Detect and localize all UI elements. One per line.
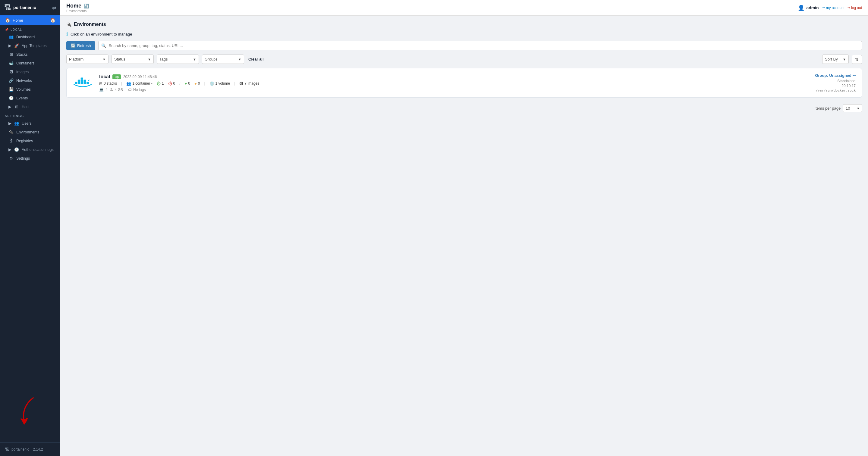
search-icon: 🔍 <box>101 43 106 48</box>
environment-info: local up 2022-09-09 11:48:46 ⊞ 0 stacks … <box>99 74 802 92</box>
clear-all-button[interactable]: Clear all <box>247 55 265 64</box>
sidebar-item-stacks[interactable]: ⊞ Stacks <box>0 50 60 59</box>
items-per-page-select: 10 25 50 100 ▼ <box>843 104 862 112</box>
sidebar-item-home[interactable]: 🏠 Home 🏠 <box>0 15 60 25</box>
toolbar: 🔄 Refresh 🔍 <box>66 41 862 50</box>
volumes-icon: 💿 <box>210 81 214 86</box>
status-filter: Status Up Down ▼ <box>112 55 154 64</box>
env-group: Group: Unassigned ✏ <box>807 73 856 78</box>
stacks-icon: ⊞ <box>99 81 102 86</box>
sidebar-item-volumes[interactable]: 💾 Volumes <box>0 85 60 94</box>
items-per-page-arrow: ▼ <box>855 107 862 110</box>
sidebar-item-environments[interactable]: 🔌 Environments <box>0 128 60 136</box>
log-out-link[interactable]: ↪ log out <box>847 6 862 10</box>
separator: - <box>125 88 126 92</box>
registries-icon: 🗄 <box>8 138 14 143</box>
sort-by-select[interactable]: Sort By <box>823 55 840 64</box>
svg-rect-5 <box>81 80 83 82</box>
svg-rect-3 <box>78 82 80 84</box>
environment-card-local[interactable]: local up 2022-09-09 11:48:46 ⊞ 0 stacks … <box>66 68 862 98</box>
env-path: /var/run/docker.sock <box>807 89 856 93</box>
env-status-badge: up <box>113 74 121 79</box>
my-account-link[interactable]: ✏ my account <box>823 6 844 10</box>
env-tags-row: 💻 4 🖧 4 GB - 🏷 No tags <box>99 88 802 92</box>
topbar-refresh-icon[interactable]: 🔄 <box>84 4 89 8</box>
section-icon: 🔌 <box>66 22 71 27</box>
env-name-row: local up 2022-09-09 11:48:46 <box>99 74 802 79</box>
user-avatar-icon: 👤 <box>798 4 804 11</box>
images-stat: 🖼 7 images <box>239 81 259 86</box>
refresh-button[interactable]: 🔄 Refresh <box>66 41 95 50</box>
env-type: Standalone <box>807 79 856 83</box>
svg-rect-4 <box>81 78 83 80</box>
sidebar-item-authentication-logs[interactable]: ▶ 🕐 Authentication logs <box>0 145 60 154</box>
running-stat: ⏻ 1 <box>157 81 164 86</box>
host-icon: ⊞ <box>14 104 19 109</box>
sidebar-footer: 🏗 portainer.io 2.14.2 <box>0 443 60 456</box>
status-select[interactable]: Status Up Down <box>112 55 145 64</box>
groups-filter: Groups Unassigned ▼ <box>202 55 244 64</box>
sidebar-item-label: Events <box>16 96 28 100</box>
sidebar-item-label: Registries <box>16 139 33 143</box>
chevron-icon: ▶ <box>8 147 11 152</box>
docker-logo <box>73 75 94 90</box>
images-icon: 🖼 <box>8 70 14 74</box>
status-dropdown-arrow: ▼ <box>145 58 153 61</box>
images-icon: 🖼 <box>239 81 243 86</box>
sort-direction-button[interactable]: ⇅ <box>852 55 862 64</box>
chevron-icon: ▶ <box>8 43 11 48</box>
topbar-subtitle: Environments <box>66 9 89 13</box>
topbar-left: Home 🔄 Environments <box>66 3 89 13</box>
sort-by-dropdown-arrow: ▼ <box>840 58 848 61</box>
groups-select[interactable]: Groups Unassigned <box>202 55 236 64</box>
cpu-icon: 💻 <box>99 88 104 92</box>
sidebar-item-settings[interactable]: ⚙ Settings <box>0 154 60 163</box>
sidebar-logo: 🏗 portainer.io ⇄ <box>0 0 60 15</box>
sidebar-item-users[interactable]: ▶ 👥 Users <box>0 119 60 128</box>
svg-rect-6 <box>81 82 83 84</box>
sidebar-item-images[interactable]: 🖼 Images <box>0 67 60 76</box>
sidebar-item-label: Containers <box>16 61 34 65</box>
tags-filter: Tags ▼ <box>157 55 199 64</box>
svg-rect-9 <box>87 82 89 84</box>
stopped-stat: ⏻ 0 <box>168 81 176 86</box>
section-title: 🔌 Environments <box>66 22 862 27</box>
env-group-text: Group: Unassigned <box>815 73 851 78</box>
items-per-page-dropdown[interactable]: 10 25 50 100 <box>843 104 855 112</box>
edit-group-icon[interactable]: ✏ <box>852 73 856 78</box>
chevron-icon: ▶ <box>8 104 11 109</box>
healthy-stat: ♥ 0 <box>185 81 190 86</box>
logo-text: portainer.io <box>13 5 36 10</box>
unhealthy-stat: ♥ 0 <box>194 81 200 86</box>
sidebar-item-events[interactable]: 🕐 Events <box>0 94 60 102</box>
sidebar-item-label: Images <box>16 70 29 74</box>
svg-rect-8 <box>84 82 86 84</box>
stacks-stat: ⊞ 0 stacks <box>99 81 117 86</box>
sidebar-transfer-icon[interactable]: ⇄ <box>52 5 56 10</box>
platform-select[interactable]: Platform Docker Kubernetes Azure <box>67 55 100 64</box>
platform-dropdown-arrow: ▼ <box>100 58 108 61</box>
search-input[interactable] <box>98 41 862 50</box>
stopped-icon: ⏻ <box>168 81 172 86</box>
environment-meta: Group: Unassigned ✏ Standalone 20.10.17 … <box>807 73 856 93</box>
ram-icon: 🖧 <box>110 88 113 92</box>
footer-version: 2.14.2 <box>33 447 43 452</box>
tag-icon: 🏷 <box>128 88 131 92</box>
sidebar-item-registries[interactable]: 🗄 Registries <box>0 136 60 145</box>
sidebar-item-label: Dashboard <box>16 35 35 39</box>
healthy-value: 0 <box>188 81 190 86</box>
images-value: 7 images <box>244 81 259 86</box>
logout-icon: ↪ <box>847 6 850 10</box>
sidebar-item-dashboard[interactable]: 👥 Dashboard <box>0 33 60 41</box>
info-bar: ℹ Click on an environment to manage <box>66 31 862 37</box>
sidebar-item-networks[interactable]: 🔗 Networks <box>0 76 60 85</box>
chevron-icon: ▶ <box>8 121 11 126</box>
running-icon: ⏻ <box>157 81 161 86</box>
tags-select[interactable]: Tags <box>157 55 190 64</box>
sidebar-item-containers[interactable]: 🐋 Containers <box>0 59 60 67</box>
sidebar-item-app-templates[interactable]: ▶ 🚀 App Templates <box>0 41 60 50</box>
page-title: Home <box>66 3 82 9</box>
search-box: 🔍 <box>98 41 862 50</box>
env-name: local <box>99 74 110 79</box>
sidebar-item-host[interactable]: ▶ ⊞ Host <box>0 102 60 111</box>
